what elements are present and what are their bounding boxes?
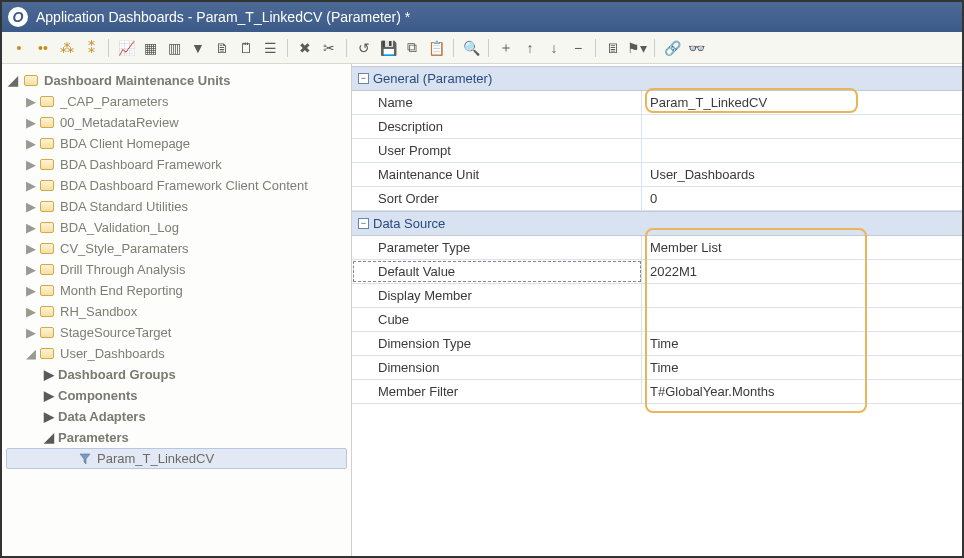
tb-notes-icon[interactable]: 🗒 xyxy=(235,37,257,59)
tb-cut-icon[interactable]: ✂ xyxy=(318,37,340,59)
property-value[interactable]: T#GlobalYear.Months xyxy=(642,380,962,403)
property-row[interactable]: Display Member xyxy=(352,284,962,308)
tb-list-icon[interactable]: ☰ xyxy=(259,37,281,59)
tree-item[interactable]: ▶RH_Sandbox xyxy=(6,301,347,322)
tb-dots-icon[interactable]: •• xyxy=(32,37,54,59)
property-row[interactable]: User Prompt xyxy=(352,139,962,163)
property-row[interactable]: Maintenance UnitUser_Dashboards xyxy=(352,163,962,187)
tb-table-icon[interactable]: ▥ xyxy=(163,37,185,59)
folder-icon xyxy=(40,222,54,233)
folder-icon xyxy=(40,348,54,359)
tb-down-icon[interactable]: ↓ xyxy=(543,37,565,59)
tree-item-label: 00_MetadataReview xyxy=(60,115,179,130)
tree-item[interactable]: ▶BDA Dashboard Framework xyxy=(6,154,347,175)
tb-page-icon[interactable]: 🗏 xyxy=(602,37,624,59)
tree-item[interactable]: ◢Parameters xyxy=(6,427,347,448)
tb-paste-icon[interactable]: 📋 xyxy=(425,37,447,59)
tb-chart-icon[interactable]: 📈 xyxy=(115,37,137,59)
tree-item[interactable]: ▶Month End Reporting xyxy=(6,280,347,301)
caret-down-icon: ◢ xyxy=(44,430,52,445)
tree-item-label: BDA Dashboard Framework xyxy=(60,157,222,172)
tb-flag-icon[interactable]: ⚑▾ xyxy=(626,37,648,59)
tb-glasses-icon[interactable]: 👓 xyxy=(685,37,707,59)
property-row[interactable]: DimensionTime xyxy=(352,356,962,380)
property-value[interactable] xyxy=(642,308,962,331)
caret-right-icon: ▶ xyxy=(26,220,34,235)
collapse-icon[interactable]: − xyxy=(358,73,369,84)
property-label: Dimension Type xyxy=(352,332,642,355)
caret-right-icon: ▶ xyxy=(26,115,34,130)
tree-item[interactable]: ▶Dashboard Groups xyxy=(6,364,347,385)
tb-tree-icon[interactable]: ⁂ xyxy=(56,37,78,59)
tree-item[interactable]: ▶StageSourceTarget xyxy=(6,322,347,343)
property-value[interactable]: Time xyxy=(642,356,962,379)
property-value[interactable]: User_Dashboards xyxy=(642,163,962,186)
folder-icon xyxy=(40,96,54,107)
tree-item[interactable]: ▶BDA Dashboard Framework Client Content xyxy=(6,175,347,196)
section-datasource-header[interactable]: − Data Source xyxy=(352,211,962,236)
tree-item-selected[interactable]: Param_T_LinkedCV xyxy=(6,448,347,469)
tree-item[interactable]: ▶BDA Standard Utilities xyxy=(6,196,347,217)
tree-item-label: RH_Sandbox xyxy=(60,304,137,319)
tb-dot-icon[interactable]: • xyxy=(8,37,30,59)
property-row[interactable]: Description xyxy=(352,115,962,139)
tb-add-icon[interactable]: ＋ xyxy=(495,37,517,59)
tb-undo-icon[interactable]: ↺ xyxy=(353,37,375,59)
caret-right-icon: ▶ xyxy=(44,409,52,424)
tree-item[interactable]: ▶CV_Style_Paramaters xyxy=(6,238,347,259)
tb-up-icon[interactable]: ↑ xyxy=(519,37,541,59)
tree-item-label: Drill Through Analysis xyxy=(60,262,185,277)
tb-grid-icon[interactable]: ▦ xyxy=(139,37,161,59)
caret-down-icon: ◢ xyxy=(8,73,18,88)
section-general-header[interactable]: − General (Parameter) xyxy=(352,66,962,91)
property-row[interactable]: NameParam_T_LinkedCV xyxy=(352,91,962,115)
property-row[interactable]: Member FilterT#GlobalYear.Months xyxy=(352,380,962,404)
property-row[interactable]: Sort Order0 xyxy=(352,187,962,211)
tree-item[interactable]: ◢User_Dashboards xyxy=(6,343,347,364)
folder-icon xyxy=(40,117,54,128)
tree-root[interactable]: ◢ Dashboard Maintenance Units xyxy=(6,70,347,91)
property-row[interactable]: Cube xyxy=(352,308,962,332)
property-value[interactable]: 2022M1 xyxy=(642,260,962,283)
folder-icon xyxy=(40,306,54,317)
collapse-icon[interactable]: − xyxy=(358,218,369,229)
tree-item[interactable]: ▶00_MetadataReview xyxy=(6,112,347,133)
folder-icon xyxy=(40,180,54,191)
property-label: User Prompt xyxy=(352,139,642,162)
property-value[interactable]: Member List xyxy=(642,236,962,259)
tree-item[interactable]: ▶Data Adapters xyxy=(6,406,347,427)
tree-item[interactable]: ▶BDA Client Homepage xyxy=(6,133,347,154)
property-row[interactable]: Parameter TypeMember List xyxy=(352,236,962,260)
property-row[interactable]: Default Value2022M1 xyxy=(352,260,962,284)
property-label: Member Filter xyxy=(352,380,642,403)
tb-filter-icon[interactable]: ▼ xyxy=(187,37,209,59)
property-value[interactable]: Param_T_LinkedCV xyxy=(642,91,962,114)
caret-right-icon: ▶ xyxy=(26,283,34,298)
tb-delete-icon[interactable]: ✖ xyxy=(294,37,316,59)
caret-right-icon: ▶ xyxy=(26,241,34,256)
tree-item[interactable]: ▶Drill Through Analysis xyxy=(6,259,347,280)
property-value[interactable]: 0 xyxy=(642,187,962,210)
property-value[interactable]: Time xyxy=(642,332,962,355)
tree-item[interactable]: ▶Components xyxy=(6,385,347,406)
property-value[interactable] xyxy=(642,115,962,138)
property-row[interactable]: Dimension TypeTime xyxy=(352,332,962,356)
tb-search-icon[interactable]: 🔍 xyxy=(460,37,482,59)
title-bar: O Application Dashboards - Param_T_Linke… xyxy=(2,2,962,32)
parameter-icon xyxy=(79,453,91,465)
tree-item[interactable]: ▶_CAP_Parameters xyxy=(6,91,347,112)
tree-item[interactable]: ▶BDA_Validation_Log xyxy=(6,217,347,238)
tb-save-icon[interactable]: 💾 xyxy=(377,37,399,59)
tb-copy-icon[interactable]: ⧉ xyxy=(401,37,423,59)
tb-minus-icon[interactable]: − xyxy=(567,37,589,59)
caret-right-icon: ▶ xyxy=(26,136,34,151)
window-title: Application Dashboards - Param_T_LinkedC… xyxy=(36,9,410,25)
separator xyxy=(346,39,347,57)
tree-item-label: Month End Reporting xyxy=(60,283,183,298)
tb-doc-icon[interactable]: 🗎 xyxy=(211,37,233,59)
property-value[interactable] xyxy=(642,284,962,307)
folder-icon xyxy=(24,75,38,86)
tb-tree2-icon[interactable]: ⁑ xyxy=(80,37,102,59)
property-value[interactable] xyxy=(642,139,962,162)
tb-link-icon[interactable]: 🔗 xyxy=(661,37,683,59)
